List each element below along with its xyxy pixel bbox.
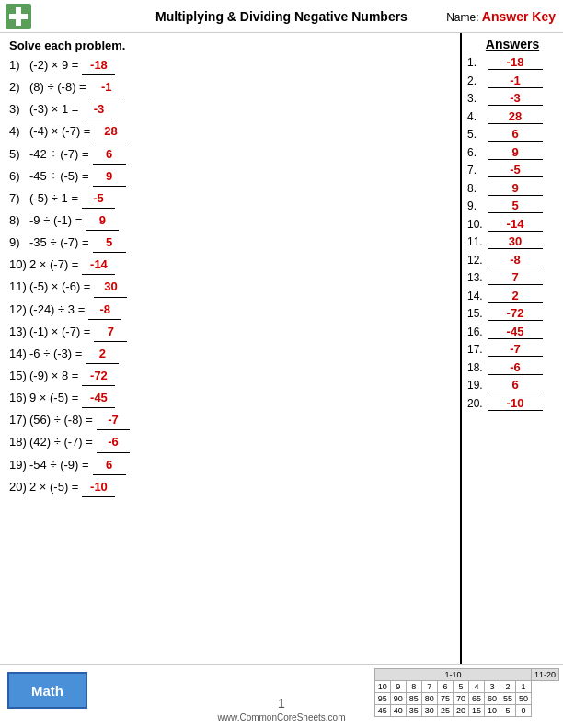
problem-expr: (-4) × (-7) =	[29, 122, 90, 141]
scoring-range: 11-20	[531, 669, 558, 681]
problem-answer: -7	[97, 411, 130, 430]
answer-row: 4. 28	[467, 109, 557, 124]
problem-expr: 9 × (-5) =	[29, 389, 78, 407]
answer-val: -10	[488, 396, 543, 411]
problem-answer: 5	[93, 233, 126, 253]
answer-num: 8.	[467, 182, 488, 195]
answers-column: Answers 1. -18 2. -1 3. -3 4. 28 5. 6 6.…	[462, 33, 563, 664]
answer-val: -18	[488, 55, 543, 70]
answer-row: 1. -18	[467, 55, 557, 70]
problem-answer: -1	[90, 78, 123, 97]
score-val: 55	[500, 693, 515, 705]
problem-answer: 28	[94, 122, 127, 142]
score-val: 20	[453, 705, 468, 717]
problem-row: 3) (-3) × 1 = -3	[9, 100, 451, 119]
score-val: 85	[406, 693, 421, 705]
answer-val: 6	[488, 378, 543, 392]
problem-num: 10)	[9, 256, 29, 274]
problem-num: 16)	[9, 389, 29, 407]
score-val: 35	[406, 705, 421, 717]
problem-row: 2) (8) ÷ (-8) = -1	[9, 78, 451, 97]
answers-header: Answers	[467, 37, 557, 51]
score-val: 45	[374, 705, 390, 717]
answer-row: 2. -1	[467, 74, 557, 88]
problem-row: 10) 2 × (-7) = -14	[9, 256, 451, 275]
problem-expr: -54 ÷ (-9) =	[29, 456, 89, 474]
answer-num: 20.	[467, 397, 488, 410]
problem-num: 9)	[9, 233, 29, 252]
problem-row: 14) -6 ÷ (-3) = 2	[9, 345, 451, 364]
problem-expr: (-5) ÷ 1 =	[29, 189, 78, 208]
problem-answer: 7	[94, 323, 127, 342]
problem-num: 17)	[9, 411, 29, 429]
answer-row: 9. 5	[467, 199, 557, 213]
problem-num: 15)	[9, 367, 29, 385]
problem-answer: 2	[86, 345, 119, 364]
answer-num: 11.	[467, 235, 488, 248]
answer-val: 7	[488, 270, 543, 285]
problem-expr: (-9) × 8 =	[29, 367, 78, 385]
score-val: 80	[421, 693, 437, 705]
score-val: 5	[500, 705, 515, 717]
answer-row: 7. -5	[467, 163, 557, 177]
score-label: 9	[390, 681, 406, 693]
answer-row: 15. -72	[467, 306, 557, 321]
math-badge: Math	[7, 672, 87, 709]
answers-list: 1. -18 2. -1 3. -3 4. 28 5. 6 6. 9 7. -5…	[467, 55, 557, 411]
problem-num: 3)	[9, 100, 29, 119]
problem-row: 12) (-24) ÷ 3 = -8	[9, 301, 451, 320]
answer-val: -72	[488, 306, 543, 321]
scoring-table: 1-1011-201098765432195908580757065605550…	[374, 668, 559, 717]
problem-num: 20)	[9, 478, 29, 496]
svg-rect-2	[9, 14, 28, 19]
problem-row: 19) -54 ÷ (-9) = 6	[9, 456, 451, 475]
main-content: Solve each problem. 1) (-2) × 9 = -18 2)…	[0, 33, 563, 664]
score-label: 3	[484, 681, 500, 693]
problem-num: 2)	[9, 78, 29, 97]
score-val: 25	[437, 705, 453, 717]
problem-row: 17) (56) ÷ (-8) = -7	[9, 411, 451, 430]
problem-num: 5)	[9, 145, 29, 164]
problem-row: 1) (-2) × 9 = -18	[9, 56, 451, 75]
score-val: 75	[437, 693, 453, 705]
score-label: 4	[468, 681, 484, 693]
website-label: www.CommonCoreSheets.com	[218, 712, 346, 722]
problem-expr: (8) ÷ (-8) =	[29, 78, 86, 97]
score-label: 10	[374, 681, 390, 693]
score-label: 5	[453, 681, 468, 693]
problem-expr: (-5) × (-6) =	[29, 278, 90, 296]
problem-row: 6) -45 ÷ (-5) = 9	[9, 167, 451, 187]
problem-answer: -8	[88, 301, 121, 320]
answer-num: 5.	[467, 128, 488, 141]
score-label: 7	[421, 681, 437, 693]
score-val: 0	[515, 705, 531, 717]
problem-answer: -45	[82, 389, 115, 408]
problem-expr: -6 ÷ (-3) =	[29, 345, 82, 363]
answer-num: 7.	[467, 164, 488, 176]
answer-val: -5	[488, 163, 543, 177]
problem-num: 7)	[9, 189, 29, 208]
answer-row: 17. -7	[467, 342, 557, 357]
score-val: 90	[390, 693, 406, 705]
answer-val: 9	[488, 181, 543, 196]
answer-num: 4.	[467, 110, 488, 123]
score-label: 1	[515, 681, 531, 693]
answer-val: -7	[488, 342, 543, 357]
problem-answer: -18	[82, 56, 115, 75]
page-footer: Math 1 www.CommonCoreSheets.com 1-1011-2…	[0, 664, 563, 728]
answer-val: 2	[488, 289, 543, 303]
answer-num: 10.	[467, 218, 488, 231]
solve-label: Solve each problem.	[9, 39, 451, 52]
score-val: 60	[484, 693, 500, 705]
answer-row: 8. 9	[467, 181, 557, 196]
answer-num: 14.	[467, 290, 488, 302]
problem-num: 11)	[9, 278, 29, 296]
problem-answer: -14	[82, 256, 115, 275]
header-name-area: Name: Answer Key	[446, 9, 556, 24]
problem-num: 4)	[9, 122, 29, 141]
answer-num: 3.	[467, 92, 488, 105]
answer-num: 9.	[467, 199, 488, 212]
page-header: Multiplying & Dividing Negative Numbers …	[0, 0, 563, 33]
problem-row: 11) (-5) × (-6) = 30	[9, 278, 451, 297]
problem-expr: 2 × (-5) =	[29, 478, 78, 496]
